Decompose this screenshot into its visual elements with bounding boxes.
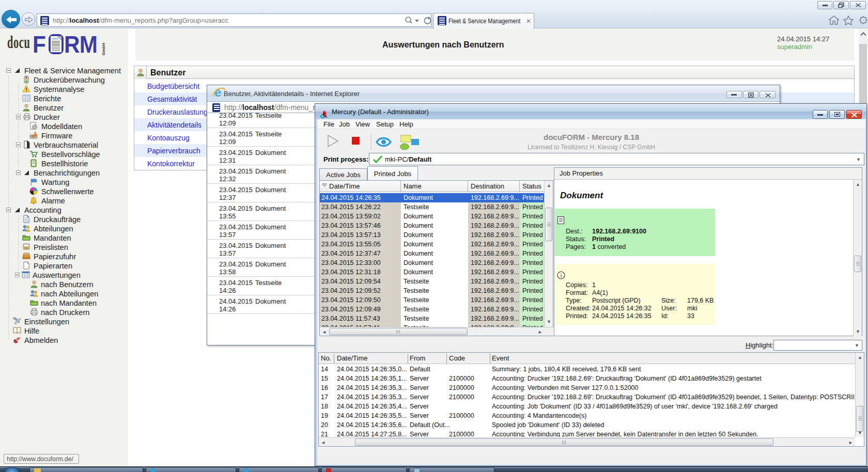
svg-text:i: i — [560, 272, 562, 278]
